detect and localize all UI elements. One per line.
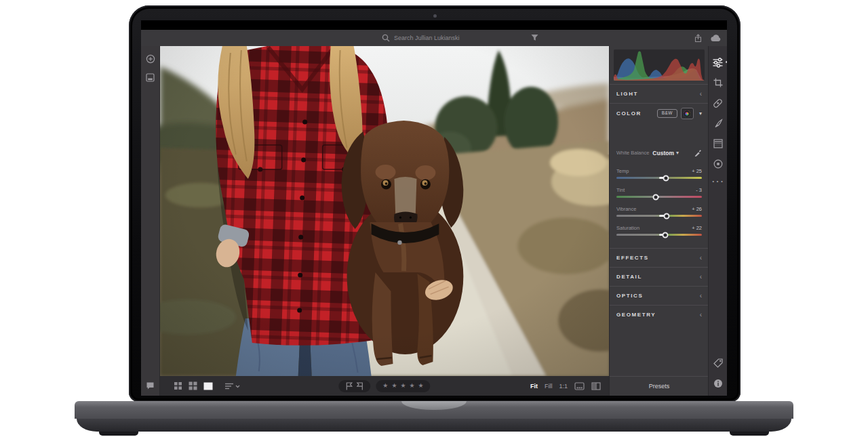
info-icon <box>713 379 723 388</box>
color-section-label: COLOR <box>616 110 642 117</box>
eyedropper-icon[interactable] <box>694 149 702 157</box>
more-tools-button[interactable]: • • • <box>712 179 723 184</box>
slider-label: Saturation <box>616 225 639 231</box>
cloud-sync-icon[interactable] <box>711 34 722 42</box>
flag-controls <box>338 380 370 392</box>
star-rating[interactable]: ★ ★ ★ ★ ★ <box>376 380 430 392</box>
slider-knob[interactable] <box>664 213 670 219</box>
temp-slider[interactable]: Temp + 25 <box>616 167 702 184</box>
search-box[interactable]: Search Jullian Lukianski <box>382 30 460 46</box>
slider-value: + 25 <box>692 168 702 174</box>
search-icon <box>382 34 390 42</box>
light-section-label: LIGHT <box>616 91 638 97</box>
chevron-left-icon: ‹ <box>700 255 702 262</box>
slider-value: + 22 <box>692 225 702 231</box>
light-section-header[interactable]: LIGHT ‹ <box>610 84 709 103</box>
star-icon[interactable]: ★ <box>391 383 397 389</box>
slider-value: - 3 <box>696 187 702 193</box>
star-icon[interactable]: ★ <box>418 383 424 389</box>
edit-sliders-tool[interactable] <box>713 57 724 68</box>
share-icon[interactable] <box>694 34 703 43</box>
zoom-fit-button[interactable]: Fit <box>530 383 538 390</box>
laptop-base <box>75 401 793 435</box>
white-balance-row: White Balance Custom ▾ <box>616 149 702 157</box>
color-mode-toggle[interactable] <box>681 108 694 119</box>
info-button[interactable] <box>713 378 724 389</box>
white-balance-dropdown[interactable]: Custom <box>652 150 674 157</box>
star-icon[interactable]: ★ <box>410 383 415 389</box>
radial-gradient-icon <box>713 159 723 169</box>
detail-view-icon[interactable] <box>203 382 213 390</box>
slider-value: + 26 <box>692 206 702 212</box>
slider-label: Tint <box>616 187 625 193</box>
effects-section-label: EFFECTS <box>616 255 649 261</box>
filmstrip-icon[interactable] <box>574 382 585 390</box>
detail-section-header[interactable]: DETAIL ‹ <box>610 267 709 286</box>
chevron-down-icon: ▾ <box>676 150 679 156</box>
photo-viewer: ★ ★ ★ ★ ★ Fit Fill 1:1 <box>160 46 609 396</box>
before-after-icon[interactable] <box>591 382 601 390</box>
albums-icon[interactable] <box>146 73 155 82</box>
optics-section-header[interactable]: OPTICS ‹ <box>610 286 709 305</box>
keywords-tool[interactable] <box>713 358 724 369</box>
star-icon[interactable]: ★ <box>382 383 388 389</box>
laptop-foot <box>99 432 138 436</box>
tint-slider[interactable]: Tint - 3 <box>616 186 702 203</box>
effects-section-header[interactable]: EFFECTS ‹ <box>610 248 709 267</box>
color-wheel-icon <box>684 110 690 117</box>
laptop-base-bottom <box>77 419 791 432</box>
geometry-section-header[interactable]: GEOMETRY ‹ <box>610 305 709 324</box>
slider-knob[interactable] <box>663 175 669 181</box>
slider-label: Vibrance <box>616 206 636 212</box>
presets-bar[interactable]: Presets <box>610 376 709 396</box>
chevron-left-icon: ‹ <box>700 274 702 280</box>
app-topbar: Search Jullian Lukianski <box>141 30 727 46</box>
chevron-left-icon: ‹ <box>700 91 702 98</box>
optics-section-label: OPTICS <box>616 293 643 299</box>
linear-gradient-tool[interactable] <box>713 138 724 149</box>
viewer-toolbar: ★ ★ ★ ★ ★ Fit Fill 1:1 <box>160 376 609 396</box>
chevron-down-icon: ▾ <box>699 110 702 117</box>
zoom-ratio-button[interactable]: 1:1 <box>559 383 568 390</box>
star-icon[interactable]: ★ <box>400 383 406 389</box>
square-grid-view-icon[interactable] <box>189 381 197 390</box>
laptop-thumb-notch <box>401 401 467 410</box>
color-section-header[interactable]: COLOR B&W ▾ <box>610 103 709 123</box>
edit-panel: LIGHT ‹ COLOR B&W ▾ White Balance Custom… <box>609 46 709 396</box>
brush-tool[interactable] <box>713 118 724 129</box>
sort-icon[interactable] <box>224 382 241 390</box>
add-photos-icon[interactable] <box>146 54 155 64</box>
laptop-base-top <box>75 401 793 419</box>
webcam <box>433 14 437 18</box>
white-balance-label: White Balance <box>616 150 649 156</box>
bw-toggle-button[interactable]: B&W <box>657 109 677 118</box>
grid-view-icon[interactable] <box>174 381 182 390</box>
healing-brush-icon <box>713 98 723 108</box>
saturation-slider[interactable]: Saturation + 22 <box>616 224 702 241</box>
laptop-foot <box>730 432 769 436</box>
pick-flag-icon[interactable] <box>345 382 353 390</box>
vibrance-slider[interactable]: Vibrance + 26 <box>616 205 702 222</box>
crop-icon <box>713 78 723 87</box>
photo-canvas[interactable] <box>160 46 609 376</box>
slider-knob[interactable] <box>652 194 658 200</box>
histogram <box>614 49 705 81</box>
zoom-fill-button[interactable]: Fill <box>545 383 553 390</box>
tool-rail: • • • <box>708 46 727 396</box>
reject-flag-icon[interactable] <box>356 382 363 390</box>
laptop-mockup: Search Jullian Lukianski <box>0 0 868 437</box>
healing-brush-tool[interactable] <box>713 98 724 108</box>
presets-button: Presets <box>649 383 670 390</box>
geometry-section-label: GEOMETRY <box>616 312 656 318</box>
chevron-left-icon: ‹ <box>700 312 702 318</box>
filter-icon[interactable] <box>531 34 538 41</box>
slider-knob[interactable] <box>662 232 668 238</box>
chevron-left-icon: ‹ <box>700 293 702 299</box>
chat-icon[interactable] <box>146 381 155 390</box>
radial-gradient-tool[interactable] <box>713 159 724 169</box>
screen: Search Jullian Lukianski <box>141 20 727 396</box>
search-placeholder: Search Jullian Lukianski <box>394 35 460 41</box>
linear-gradient-icon <box>713 139 723 148</box>
crop-tool[interactable] <box>713 77 724 88</box>
detail-section-label: DETAIL <box>616 274 642 280</box>
